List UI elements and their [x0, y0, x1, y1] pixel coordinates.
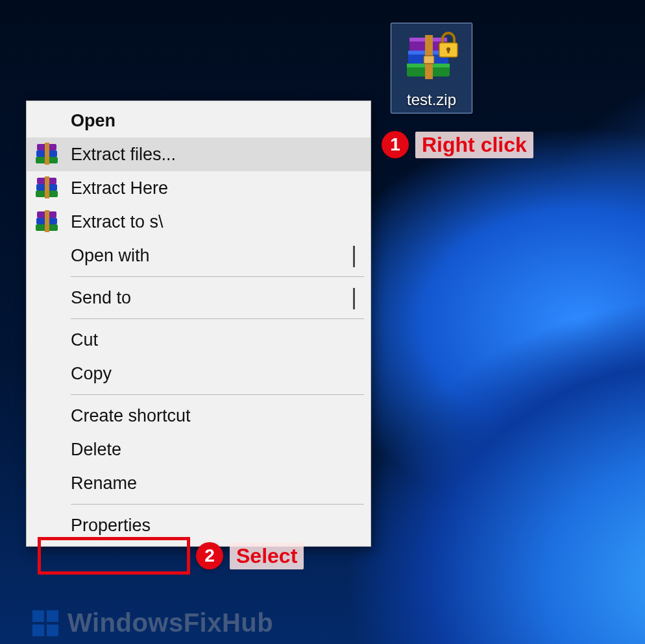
watermark-text: WindowsFixHub: [67, 608, 273, 638]
winrar-icon: [33, 175, 63, 201]
menu-item-extract-here[interactable]: Extract Here: [27, 171, 371, 205]
menu-item-rename[interactable]: Rename: [27, 466, 371, 500]
blank-icon: [33, 243, 63, 268]
context-menu: Open Extract files...: [26, 101, 371, 547]
menu-item-create-shortcut[interactable]: Create shortcut: [27, 399, 371, 433]
menu-item-properties[interactable]: Properties: [27, 508, 371, 542]
windows-logo-icon: [32, 610, 58, 636]
svg-rect-10: [448, 49, 450, 53]
menu-item-send-to[interactable]: Send to: [27, 281, 371, 315]
desktop[interactable]: test.zip Open Extract files...: [0, 0, 645, 644]
annotation-step-1: 1 Right click: [382, 131, 533, 158]
blank-icon: [33, 327, 63, 353]
menu-separator: [71, 504, 364, 505]
menu-separator: [71, 318, 364, 319]
menu-item-delete[interactable]: Delete: [27, 433, 371, 466]
winrar-icon: [33, 209, 63, 235]
winrar-icon: [399, 29, 464, 87]
blank-icon: [33, 285, 63, 311]
menu-item-extract-files[interactable]: Extract files...: [27, 137, 371, 171]
menu-separator: [71, 394, 364, 395]
menu-item-cut[interactable]: Cut: [27, 323, 371, 357]
svg-rect-7: [424, 56, 434, 64]
annotation-label-right-click: Right click: [415, 132, 533, 158]
desktop-file-testzip[interactable]: test.zip: [367, 23, 496, 113]
chevron-right-icon: [353, 288, 359, 308]
blank-icon: [33, 512, 63, 538]
svg-rect-22: [45, 210, 49, 232]
blank-icon: [33, 470, 63, 496]
menu-separator: [71, 276, 364, 277]
winrar-icon: [33, 141, 63, 167]
blank-icon: [33, 403, 63, 429]
file-label: test.zip: [399, 91, 464, 109]
watermark: WindowsFixHub: [32, 608, 273, 638]
menu-item-open[interactable]: Open: [27, 104, 371, 137]
chevron-right-icon: [353, 246, 359, 266]
blank-icon: [33, 361, 63, 387]
svg-rect-14: [45, 143, 49, 165]
svg-rect-18: [45, 176, 49, 198]
menu-item-open-with[interactable]: Open with: [27, 239, 371, 272]
menu-item-extract-to[interactable]: Extract to s\: [27, 205, 371, 239]
menu-item-copy[interactable]: Copy: [27, 357, 371, 390]
blank-icon: [33, 108, 63, 134]
blank-icon: [33, 436, 63, 462]
annotation-badge-1: 1: [382, 131, 409, 158]
